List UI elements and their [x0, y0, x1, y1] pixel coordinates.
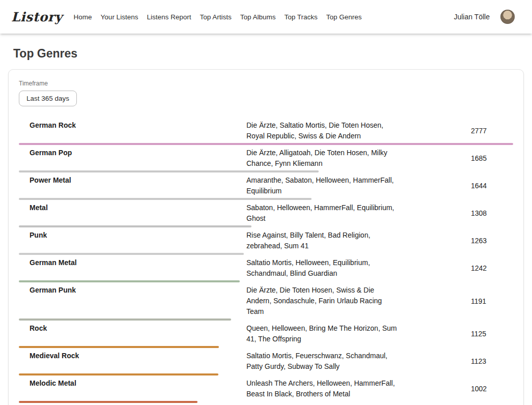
genre-artists: Saltatio Mortis, Feuerschwanz, Schandmau…: [246, 351, 400, 372]
app-logo[interactable]: Listory: [11, 10, 63, 24]
genre-row: German Metal Saltatio Mortis, Helloween,…: [19, 255, 513, 282]
genre-name: Punk: [19, 230, 246, 251]
genre-name: German Rock: [19, 120, 246, 141]
nav-item-top-artists[interactable]: Top Artists: [200, 13, 231, 21]
genre-name: Metal: [19, 202, 246, 224]
user-name: Julian Tölle: [454, 13, 490, 21]
genre-row: Medieval Rock Saltatio Mortis, Feuerschw…: [19, 348, 513, 375]
user-menu[interactable]: Julian Tölle: [454, 10, 521, 24]
nav-item-top-tracks[interactable]: Top Tracks: [285, 13, 318, 21]
genre-artists: Amaranthe, Sabaton, Helloween, HammerFal…: [246, 175, 400, 196]
user-avatar[interactable]: [500, 10, 515, 24]
genre-artists: Unleash The Archers, Helloween, HammerFa…: [246, 378, 400, 399]
genre-row: Punk Rise Against, Billy Talent, Bad Rel…: [19, 227, 513, 255]
main-nav: Home Your Listens Listens Report Top Art…: [74, 13, 454, 21]
genre-artists: Die Ärzte, Alligatoah, Die Toten Hosen, …: [246, 148, 400, 169]
genre-name: German Punk: [19, 285, 246, 317]
genre-name: German Metal: [19, 257, 246, 279]
genre-artists: Die Ärzte, Die Toten Hosen, Swiss & Die …: [246, 285, 400, 317]
genre-row: German Rock Die Ärzte, Saltatio Mortis, …: [19, 118, 513, 145]
genre-row: Metal Sabaton, Helloween, HammerFall, Eq…: [19, 200, 513, 227]
nav-item-listens-report[interactable]: Listens Report: [147, 13, 191, 21]
genre-name: Melodic Metal: [19, 378, 246, 399]
genre-name: Medieval Rock: [19, 351, 246, 372]
genre-count: 1263: [471, 237, 513, 245]
genre-count: 1644: [471, 182, 513, 190]
genre-artists: Queen, Helloween, Bring Me The Horizon, …: [246, 323, 400, 344]
page-title: Top Genres: [13, 47, 519, 61]
genre-count: 1308: [471, 209, 513, 217]
genre-count: 1242: [471, 264, 513, 272]
page-content: Top Genres Timeframe Last 365 days Germa…: [0, 34, 532, 405]
genre-count: 1002: [471, 385, 513, 393]
top-genres-card: Timeframe Last 365 days German Rock Die …: [8, 69, 524, 405]
genre-row: German Pop Die Ärzte, Alligatoah, Die To…: [19, 145, 513, 172]
genre-count: 1125: [471, 330, 513, 338]
genre-row: Melodic Metal Unleash The Archers, Hello…: [19, 375, 513, 403]
timeframe-select[interactable]: Last 365 days: [19, 91, 77, 106]
genre-table: German Rock Die Ärzte, Saltatio Mortis, …: [19, 118, 513, 405]
genre-row: German Punk Die Ärzte, Die Toten Hosen, …: [19, 282, 513, 321]
nav-item-home[interactable]: Home: [74, 13, 92, 21]
nav-item-your-listens[interactable]: Your Listens: [101, 13, 138, 21]
genre-name: Power Metal: [19, 175, 246, 196]
genre-name: German Pop: [19, 148, 246, 169]
genre-artists: Die Ärzte, Saltatio Mortis, Die Toten Ho…: [246, 120, 400, 141]
genre-name: Rock: [19, 323, 246, 344]
timeframe-label: Timeframe: [19, 80, 513, 87]
genre-artists: Saltatio Mortis, Helloween, Equilibrium,…: [246, 257, 400, 279]
genre-count: 2777: [471, 127, 513, 135]
genre-count: 1191: [471, 297, 513, 305]
genre-row: Power Metal Amaranthe, Sabaton, Hellowee…: [19, 172, 513, 200]
nav-item-top-albums[interactable]: Top Albums: [240, 13, 276, 21]
genre-row: German Indie Bukahara, Käptn Peng, KYTES…: [19, 403, 513, 405]
genre-artists: Sabaton, Helloween, HammerFall, Equilibr…: [246, 202, 400, 224]
app-bar: Listory Home Your Listens Listens Report…: [0, 0, 532, 34]
nav-item-top-genres[interactable]: Top Genres: [326, 13, 362, 21]
genre-count: 1123: [471, 357, 513, 365]
genre-row: Rock Queen, Helloween, Bring Me The Hori…: [19, 321, 513, 348]
genre-artists: Rise Against, Billy Talent, Bad Religion…: [246, 230, 400, 251]
genre-count: 1685: [471, 154, 513, 162]
